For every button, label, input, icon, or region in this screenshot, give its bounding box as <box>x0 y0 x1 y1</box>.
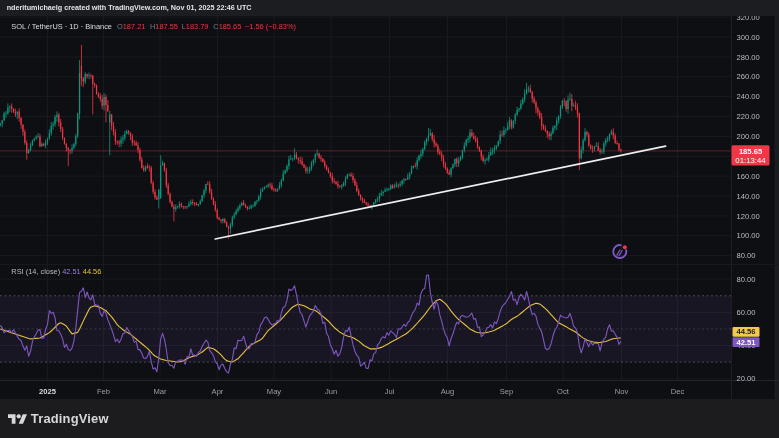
svg-text:Apr: Apr <box>212 387 224 396</box>
svg-text:Oct: Oct <box>557 387 570 396</box>
svg-text:185.65: 185.65 <box>739 147 763 156</box>
svg-text:100.00: 100.00 <box>737 231 760 240</box>
svg-text:H187.55: H187.55 <box>150 22 178 31</box>
svg-text:280.00: 280.00 <box>737 53 760 62</box>
svg-text:2025: 2025 <box>39 387 57 396</box>
svg-text:80.00: 80.00 <box>737 275 756 284</box>
svg-text:120.00: 120.00 <box>737 212 760 221</box>
svg-text:Jul: Jul <box>385 387 395 396</box>
svg-text:May: May <box>267 387 282 396</box>
svg-text:300.00: 300.00 <box>737 33 760 42</box>
svg-text:80.00: 80.00 <box>737 251 756 260</box>
svg-text:200.00: 200.00 <box>737 132 760 141</box>
svg-text:140.00: 140.00 <box>737 192 760 201</box>
svg-text:260.00: 260.00 <box>737 72 760 81</box>
svg-text:Dec: Dec <box>671 387 685 396</box>
svg-text:42.51: 42.51 <box>736 338 756 347</box>
svg-text:160.00: 160.00 <box>737 172 760 181</box>
svg-text:Aug: Aug <box>441 387 455 396</box>
svg-text:Feb: Feb <box>97 387 110 396</box>
svg-text:Nov: Nov <box>615 387 629 396</box>
svg-text:Jun: Jun <box>325 387 337 396</box>
svg-text:Mar: Mar <box>153 387 167 396</box>
svg-text:L183.79: L183.79 <box>182 22 209 31</box>
svg-text:SOL / TetherUS · 1D · Binance: SOL / TetherUS · 1D · Binance <box>11 22 112 31</box>
svg-text:O187.21: O187.21 <box>117 22 145 31</box>
svg-text:RSI (14, close) 42.51 44.56: RSI (14, close) 42.51 44.56 <box>11 267 101 276</box>
svg-text:60.00: 60.00 <box>737 308 756 317</box>
svg-text:44.56: 44.56 <box>736 327 755 336</box>
svg-text:01:13:44: 01:13:44 <box>735 156 766 165</box>
svg-text:C185.65: C185.65 <box>213 22 241 31</box>
svg-text:−1.56 (−0.83%): −1.56 (−0.83%) <box>245 22 296 31</box>
svg-text:220.00: 220.00 <box>737 112 760 121</box>
svg-text:20.00: 20.00 <box>737 374 756 383</box>
svg-text:Sep: Sep <box>500 387 514 396</box>
svg-text:240.00: 240.00 <box>737 92 760 101</box>
